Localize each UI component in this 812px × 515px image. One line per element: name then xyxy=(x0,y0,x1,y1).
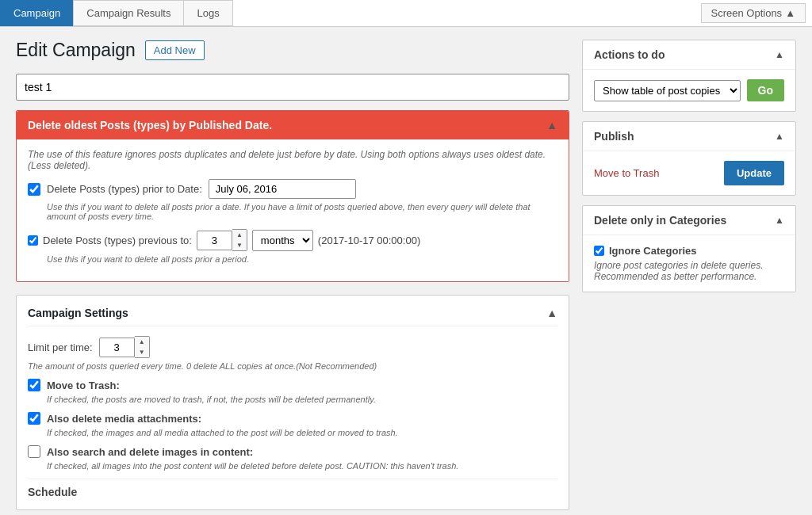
campaign-name-input[interactable] xyxy=(16,74,569,101)
ignore-categories-checkbox[interactable] xyxy=(594,246,604,256)
actions-to-do-header: Actions to do ▲ xyxy=(583,40,795,70)
delete-images-hint: If checked, all images into the post con… xyxy=(28,461,557,471)
previous-to-checkbox[interactable] xyxy=(28,235,38,246)
publish-title: Publish xyxy=(594,130,634,143)
move-to-trash-label: Move to Trash: xyxy=(47,380,120,391)
limit-label: Limit per time: xyxy=(28,341,93,353)
main-column: Edit Campaign Add New Delete oldest Post… xyxy=(16,40,569,510)
campaign-settings-section: Campaign Settings ▲ Limit per time: ▲ ▼ … xyxy=(16,295,569,510)
update-button[interactable]: Update xyxy=(724,161,784,185)
screen-options-button[interactable]: Screen Options ▲ xyxy=(701,3,806,23)
prior-to-date-hint: Use this if you want to delete all posts… xyxy=(28,202,557,221)
limit-row: Limit per time: ▲ ▼ xyxy=(28,336,557,358)
prior-to-date-checkbox[interactable] xyxy=(28,183,40,196)
go-button[interactable]: Go xyxy=(747,79,784,101)
previous-to-number-input[interactable] xyxy=(197,231,232,250)
delete-categories-title: Delete only in Categories xyxy=(594,214,726,227)
ignore-categories-row: Ignore Categories xyxy=(594,245,784,257)
delete-categories-body: Ignore Categories Ignore post categories… xyxy=(583,235,795,292)
campaign-settings-title: Campaign Settings xyxy=(28,307,128,319)
previous-to-row: Delete Posts (types) previous to: ▲ ▼ mo… xyxy=(28,229,557,251)
prior-to-date-label: Delete Posts (types) prior to Date: xyxy=(47,183,202,195)
publish-body: Move to Trash Update xyxy=(583,151,795,195)
limit-spin-up-button[interactable]: ▲ xyxy=(135,337,149,347)
tab-campaign-results[interactable]: Campaign Results xyxy=(73,0,184,26)
delete-section-header: Delete oldest Posts (types) by Published… xyxy=(17,111,569,139)
collapse-delete-section-icon[interactable]: ▲ xyxy=(546,119,557,132)
page-title: Edit Campaign xyxy=(16,40,136,61)
collapse-settings-icon[interactable]: ▲ xyxy=(546,307,557,319)
actions-to-do-collapse-icon[interactable]: ▲ xyxy=(775,49,784,60)
period-select[interactable]: months days weeks years xyxy=(252,230,313,251)
previous-to-hint: Use this if you want to delete all posts… xyxy=(28,254,557,264)
campaign-settings-header: Campaign Settings ▲ xyxy=(28,307,557,326)
publish-collapse-icon[interactable]: ▲ xyxy=(775,131,784,142)
chevron-down-icon: ▲ xyxy=(785,7,795,19)
actions-to-do-panel: Actions to do ▲ Show table of post copie… xyxy=(582,40,796,112)
delete-categories-panel: Delete only in Categories ▲ Ignore Categ… xyxy=(582,205,796,292)
previous-to-number-wrap: ▲ ▼ xyxy=(197,229,247,251)
prior-to-date-input[interactable] xyxy=(209,179,356,199)
top-bar: Campaign Campaign Results Logs Screen Op… xyxy=(0,0,812,27)
actions-to-do-title: Actions to do xyxy=(594,48,665,61)
delete-section: Delete oldest Posts (types) by Published… xyxy=(16,110,569,282)
page-wrap: Edit Campaign Add New Delete oldest Post… xyxy=(0,27,812,515)
limit-spin-buttons: ▲ ▼ xyxy=(135,336,150,358)
move-to-trash-row: Move to Trash: xyxy=(28,379,557,391)
add-new-button[interactable]: Add New xyxy=(145,40,205,60)
delete-media-label: Also delete media attachments: xyxy=(47,413,201,425)
limit-spin-wrap: ▲ ▼ xyxy=(99,336,150,358)
delete-section-description: The use of this feature ignores posts du… xyxy=(28,149,557,171)
limit-input[interactable] xyxy=(99,338,135,357)
previous-to-label: Delete Posts (types) previous to: xyxy=(43,235,192,246)
publish-panel: Publish ▲ Move to Trash Update xyxy=(582,121,796,196)
actions-dropdown-row: Show table of post copies Delete posts M… xyxy=(594,79,784,101)
delete-media-hint: If checked, the images and all media att… xyxy=(28,428,557,437)
delete-media-row: Also delete media attachments: xyxy=(28,412,557,425)
sidebar: Actions to do ▲ Show table of post copie… xyxy=(582,40,796,510)
move-to-trash-link[interactable]: Move to Trash xyxy=(594,167,659,179)
publish-header: Publish ▲ xyxy=(583,122,795,151)
move-to-trash-checkbox[interactable] xyxy=(28,379,40,391)
number-spin-buttons: ▲ ▼ xyxy=(232,229,247,251)
schedule-heading: Schedule xyxy=(28,479,557,498)
delete-categories-header: Delete only in Categories ▲ xyxy=(583,206,795,235)
tab-logs[interactable]: Logs xyxy=(183,0,232,26)
limit-spin-down-button[interactable]: ▼ xyxy=(135,347,149,357)
actions-to-do-body: Show table of post copies Delete posts M… xyxy=(583,70,795,111)
delete-images-label: Also search and delete images in content… xyxy=(47,446,253,458)
spin-up-button[interactable]: ▲ xyxy=(232,230,247,240)
prior-to-date-row: Delete Posts (types) prior to Date: xyxy=(28,179,557,199)
delete-images-checkbox[interactable] xyxy=(28,445,40,458)
publish-actions-row: Move to Trash Update xyxy=(594,161,784,185)
tabs-row: Campaign Campaign Results Logs xyxy=(0,0,232,26)
actions-dropdown[interactable]: Show table of post copies Delete posts M… xyxy=(594,80,741,101)
ignore-categories-description: Ignore post categories in delete queries… xyxy=(594,260,784,282)
page-title-row: Edit Campaign Add New xyxy=(16,40,569,61)
tab-campaign[interactable]: Campaign xyxy=(0,0,74,26)
spin-down-button[interactable]: ▼ xyxy=(232,240,247,250)
move-to-trash-hint: If checked, the posts are moved to trash… xyxy=(28,395,557,404)
computed-date-text: (2017-10-17 00:00:00) xyxy=(318,235,420,246)
delete-section-body: The use of this feature ignores posts du… xyxy=(17,139,569,281)
delete-categories-collapse-icon[interactable]: ▲ xyxy=(775,215,784,226)
delete-media-checkbox[interactable] xyxy=(28,412,40,425)
delete-images-row: Also search and delete images in content… xyxy=(28,445,557,458)
limit-hint: The amount of posts queried every time. … xyxy=(28,361,557,371)
ignore-categories-label: Ignore Categories xyxy=(609,245,697,257)
